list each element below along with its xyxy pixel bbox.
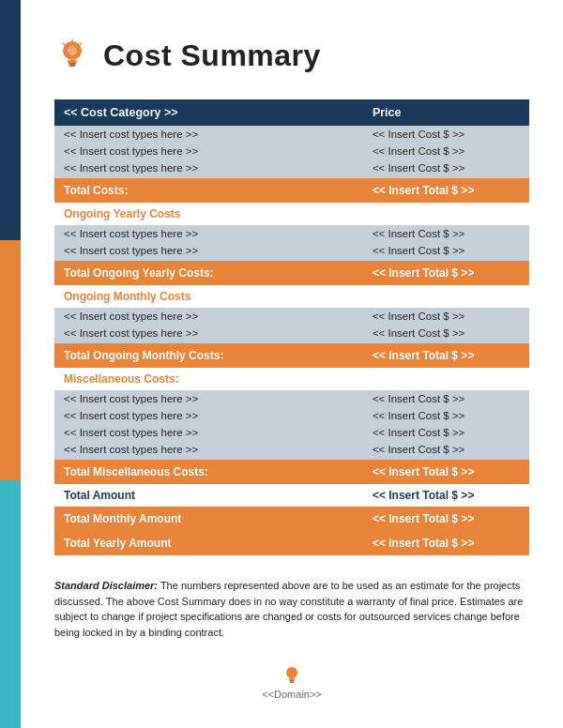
cost-type-cell: << Insert cost types here >> (54, 441, 363, 460)
table-row: << Insert cost types here >> << Insert C… (54, 424, 529, 441)
disclaimer-label: Standard Disclaimer: (54, 580, 158, 591)
cost-value-cell: << Insert Cost $ >> (363, 424, 529, 441)
svg-rect-1 (68, 60, 77, 63)
footer: <<Domain>> (54, 647, 529, 700)
table-row: << Insert cost types here >> << Insert C… (54, 325, 529, 343)
table-row: << Insert cost types here >> << Insert C… (54, 143, 529, 159)
table-row: << Insert cost types here >> << Insert C… (54, 225, 529, 242)
misc-section-row: Miscellaneous Costs: (54, 368, 529, 390)
svg-rect-3 (69, 65, 75, 67)
cost-value-cell: << Insert Cost $ >> (363, 242, 529, 261)
total-costs-row: Total Costs: << Insert Total $ >> (54, 178, 529, 203)
left-bar (0, 0, 21, 728)
svg-line-5 (80, 43, 82, 45)
svg-line-6 (63, 43, 65, 45)
cost-type-cell: << Insert cost types here >> (54, 325, 363, 343)
ongoing-monthly-section-row: Ongoing Monthly Costs (54, 285, 529, 308)
total-ongoing-yearly-label: Total Ongoing Yearly Costs: (54, 261, 363, 285)
total-ongoing-yearly-value: << Insert Total $ >> (363, 261, 529, 285)
table-row: << Insert cost types here >> << Insert C… (54, 441, 529, 460)
page: Cost Summary << Cost Category >> Price <… (0, 0, 563, 728)
table-row: << Insert cost types here >> << Insert C… (54, 308, 529, 325)
footer-domain: <<Domain>> (262, 689, 322, 700)
ongoing-yearly-section-row: Ongoing Yearly Costs (54, 203, 529, 225)
cost-value-cell: << Insert Cost $ >> (363, 325, 529, 343)
cost-value-cell: << Insert Cost $ >> (363, 225, 529, 242)
col-price-header: Price (363, 99, 529, 126)
table-row: << Insert cost types here >> << Insert C… (54, 407, 529, 424)
total-misc-label: Total Miscellaneous Costs: (54, 460, 363, 484)
total-misc-row: Total Miscellaneous Costs: << Insert Tot… (54, 460, 529, 484)
table-row: << Insert cost types here >> << Insert C… (54, 126, 529, 143)
total-ongoing-monthly-row: Total Ongoing Monthly Costs: << Insert T… (54, 343, 529, 368)
cost-value-cell: << Insert Cost $ >> (363, 143, 529, 159)
cost-type-cell: << Insert cost types here >> (54, 225, 363, 242)
ongoing-yearly-label: Ongoing Yearly Costs (54, 203, 529, 225)
disclaimer: Standard Disclaimer: The numbers represe… (54, 578, 529, 640)
summary-yearly-label: Total Yearly Amount (54, 531, 363, 555)
cost-value-cell: << Insert Cost $ >> (363, 390, 529, 407)
cost-type-cell: << Insert cost types here >> (54, 424, 363, 441)
total-costs-label: Total Costs: (54, 178, 363, 203)
col-category-header: << Cost Category >> (54, 99, 363, 126)
bulb-icon (54, 38, 90, 73)
svg-point-8 (286, 667, 297, 678)
total-ongoing-monthly-label: Total Ongoing Monthly Costs: (54, 343, 363, 368)
cost-type-cell: << Insert cost types here >> (54, 159, 363, 178)
cost-type-cell: << Insert cost types here >> (54, 308, 363, 325)
summary-monthly-value: << Insert Total $ >> (363, 507, 529, 531)
cost-type-cell: << Insert cost types here >> (54, 126, 363, 143)
cost-value-cell: << Insert Cost $ >> (363, 407, 529, 424)
summary-total-label: Total Amount (54, 484, 363, 507)
page-title: Cost Summary (103, 38, 321, 73)
footer-bulb-icon (281, 664, 303, 687)
page-header: Cost Summary (54, 38, 529, 73)
cost-value-cell: << Insert Cost $ >> (363, 308, 529, 325)
ongoing-monthly-label: Ongoing Monthly Costs (54, 285, 529, 308)
total-costs-value: << Insert Total $ >> (363, 178, 529, 203)
table-header-row: << Cost Category >> Price (54, 99, 529, 126)
svg-point-7 (68, 46, 77, 55)
cost-table: << Cost Category >> Price << Insert cost… (54, 99, 529, 555)
svg-rect-2 (68, 63, 76, 65)
svg-rect-9 (289, 678, 295, 680)
cost-type-cell: << Insert cost types here >> (54, 143, 363, 159)
total-misc-value: << Insert Total $ >> (363, 460, 529, 484)
cost-type-cell: << Insert cost types here >> (54, 390, 363, 407)
cost-table-wrap: << Cost Category >> Price << Insert cost… (54, 99, 529, 555)
total-ongoing-monthly-value: << Insert Total $ >> (363, 343, 529, 368)
cost-type-cell: << Insert cost types here >> (54, 407, 363, 424)
total-ongoing-yearly-row: Total Ongoing Yearly Costs: << Insert To… (54, 261, 529, 285)
cost-value-cell: << Insert Cost $ >> (363, 441, 529, 460)
summary-yearly-row: Total Yearly Amount << Insert Total $ >> (54, 531, 529, 555)
svg-rect-10 (290, 680, 295, 682)
table-row: << Insert cost types here >> << Insert C… (54, 242, 529, 261)
table-row: << Insert cost types here >> << Insert C… (54, 159, 529, 178)
misc-label: Miscellaneous Costs: (54, 368, 529, 390)
cost-value-cell: << Insert Cost $ >> (363, 126, 529, 143)
summary-monthly-row: Total Monthly Amount << Insert Total $ >… (54, 507, 529, 531)
cost-type-cell: << Insert cost types here >> (54, 242, 363, 261)
content: Cost Summary << Cost Category >> Price <… (21, 0, 563, 728)
summary-total-value: << Insert Total $ >> (363, 484, 529, 507)
summary-yearly-value: << Insert Total $ >> (363, 531, 529, 555)
summary-monthly-label: Total Monthly Amount (54, 507, 363, 531)
cost-value-cell: << Insert Cost $ >> (363, 159, 529, 178)
svg-rect-11 (290, 682, 294, 684)
table-row: << Insert cost types here >> << Insert C… (54, 390, 529, 407)
summary-total-row: Total Amount << Insert Total $ >> (54, 484, 529, 507)
